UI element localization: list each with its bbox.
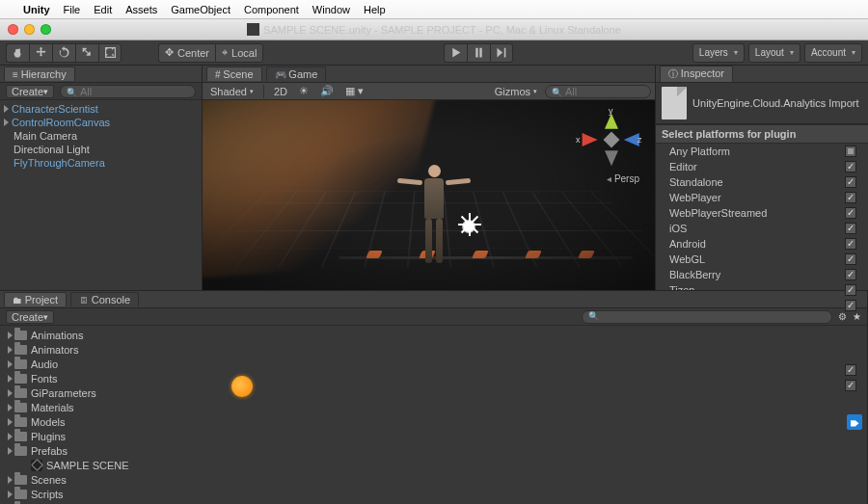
scene-tab[interactable]: # Scene: [206, 66, 262, 81]
hierarchy-item[interactable]: ControlRoomCanvas: [0, 116, 202, 129]
menu-component[interactable]: Component: [244, 4, 299, 15]
platform-row: Android: [656, 236, 868, 252]
folder-icon: [14, 359, 27, 369]
platform-checkbox[interactable]: [845, 238, 856, 250]
hierarchy-tab[interactable]: ≡ Hierarchy: [4, 66, 75, 81]
hand-tool[interactable]: [6, 43, 29, 63]
shading-mode[interactable]: Shaded: [206, 85, 258, 98]
inspector-title: UnityEngine.Cloud.Analytics Import Se: [692, 97, 862, 109]
project-folder[interactable]: Audio: [0, 357, 867, 371]
account-dropdown[interactable]: Account: [804, 43, 862, 63]
pivot-handle-toggle: ✥Center ⌖Local: [158, 43, 263, 63]
hierarchy-tabbar: ≡ Hierarchy: [0, 66, 202, 83]
expand-arrow-icon[interactable]: [8, 332, 13, 339]
hierarchy-search[interactable]: 🔍All: [60, 85, 196, 98]
project-scene-asset[interactable]: SAMPLE SCENE: [0, 458, 867, 472]
project-folder[interactable]: Animations: [0, 328, 867, 342]
project-folder[interactable]: GiParameters: [0, 385, 867, 400]
layout-dropdown[interactable]: Layout: [748, 43, 800, 63]
project-folder[interactable]: Prefabs: [0, 443, 867, 458]
project-folder[interactable]: Models: [0, 414, 867, 429]
expand-arrow-icon[interactable]: [8, 346, 13, 354]
expand-arrow-icon[interactable]: [8, 447, 13, 455]
move-tool[interactable]: [29, 43, 52, 63]
transform-tools: [6, 43, 122, 63]
inspector-header: UnityEngine.Cloud.Analytics Import Se: [656, 83, 868, 124]
expand-arrow-icon[interactable]: [8, 360, 13, 368]
project-create-dropdown[interactable]: Create ▾: [6, 310, 54, 324]
scene-viewport[interactable]: y x z Persp: [203, 100, 655, 290]
hierarchy-item[interactable]: Directional Light: [0, 143, 202, 156]
platform-checkbox[interactable]: [845, 284, 856, 296]
pause-button[interactable]: [467, 43, 490, 63]
console-tab[interactable]: 🗏 Console: [70, 292, 139, 306]
rotate-tool[interactable]: [52, 43, 75, 63]
orientation-gizmo[interactable]: y x z: [582, 110, 641, 170]
platform-checkbox[interactable]: [845, 192, 856, 203]
layers-dropdown[interactable]: Layers: [692, 43, 745, 63]
project-folder[interactable]: Scenes: [0, 472, 867, 487]
platform-checkbox[interactable]: [845, 161, 856, 172]
platform-checkbox[interactable]: [845, 176, 856, 188]
pivot-mode[interactable]: ✥Center: [158, 43, 215, 63]
scene-toolbar: Shaded 2D ☀ 🔊 ▦ ▾ Gizmos 🔍All: [203, 83, 655, 100]
app-name[interactable]: Unity: [23, 4, 50, 15]
folder-icon: [14, 331, 27, 340]
scale-tool[interactable]: [75, 43, 98, 63]
scene-fx-icon[interactable]: ▦ ▾: [341, 85, 367, 98]
project-folder[interactable]: Plugins: [0, 429, 867, 443]
play-button[interactable]: [444, 43, 467, 63]
inspector-tab[interactable]: ⓘ Inspector: [660, 66, 733, 82]
project-toolbar: Create ▾ 🔍 ⚙ ★: [0, 308, 867, 326]
platform-checkbox[interactable]: [845, 207, 856, 219]
menu-file[interactable]: File: [64, 4, 81, 15]
menu-assets[interactable]: Assets: [125, 4, 157, 15]
expand-arrow-icon[interactable]: [8, 476, 13, 484]
menu-window[interactable]: Window: [312, 4, 350, 15]
directional-light-gizmo[interactable]: [456, 214, 481, 239]
platform-checkbox[interactable]: [845, 300, 856, 311]
platforms-section-header: Select platforms for plugin: [656, 124, 868, 144]
project-favorites-icon[interactable]: ★: [853, 311, 861, 322]
expand-arrow-icon[interactable]: [8, 404, 13, 411]
scene-search[interactable]: 🔍All: [545, 85, 651, 98]
expand-arrow-icon[interactable]: [4, 105, 9, 113]
platform-checkbox[interactable]: [845, 223, 856, 234]
platform-checkbox[interactable]: [845, 253, 856, 265]
project-folder[interactable]: Fonts: [0, 371, 867, 385]
hierarchy-item[interactable]: FlyThroughCamera: [0, 156, 202, 170]
project-tab[interactable]: 🖿 Project: [4, 292, 67, 306]
menu-edit[interactable]: Edit: [94, 4, 112, 15]
game-tab[interactable]: 🎮 Game: [266, 66, 327, 81]
project-folder[interactable]: Scripts: [0, 487, 867, 501]
gizmos-dropdown[interactable]: Gizmos: [491, 85, 541, 98]
scene-lighting-icon[interactable]: ☀: [295, 85, 312, 98]
platform-row: WebGL: [656, 252, 868, 267]
project-folder[interactable]: Animators: [0, 342, 867, 357]
expand-arrow-icon[interactable]: [8, 375, 13, 383]
platform-checkbox[interactable]: [845, 269, 856, 280]
scene-audio-icon[interactable]: 🔊: [316, 85, 338, 98]
expand-arrow-icon[interactable]: [8, 433, 13, 440]
hierarchy-item[interactable]: Main Camera: [0, 129, 202, 143]
project-search[interactable]: 🔍: [582, 310, 832, 324]
menu-gameobject[interactable]: GameObject: [171, 4, 231, 15]
handle-mode[interactable]: ⌖Local: [215, 43, 263, 63]
toggle-2d[interactable]: 2D: [270, 85, 291, 98]
hierarchy-create-dropdown[interactable]: Create ▾: [6, 85, 54, 98]
rect-tool[interactable]: [98, 43, 122, 63]
expand-arrow-icon[interactable]: [4, 119, 9, 126]
project-filter-icon[interactable]: ⚙: [838, 311, 847, 322]
expand-arrow-icon[interactable]: [8, 389, 13, 397]
projection-label[interactable]: Persp: [607, 173, 639, 184]
expand-arrow-icon[interactable]: [8, 418, 13, 426]
step-button[interactable]: [490, 43, 513, 63]
expand-arrow-icon[interactable]: [8, 491, 13, 498]
project-folder[interactable]: Materials: [0, 400, 867, 414]
macos-menubar: Unity File Edit Assets GameObject Compon…: [0, 0, 868, 19]
platform-label: iOS: [669, 223, 845, 234]
platform-label: BlackBerry: [669, 269, 845, 280]
hierarchy-item[interactable]: CharacterScientist: [0, 102, 202, 116]
menu-help[interactable]: Help: [364, 4, 386, 15]
platform-checkbox[interactable]: [845, 146, 856, 157]
